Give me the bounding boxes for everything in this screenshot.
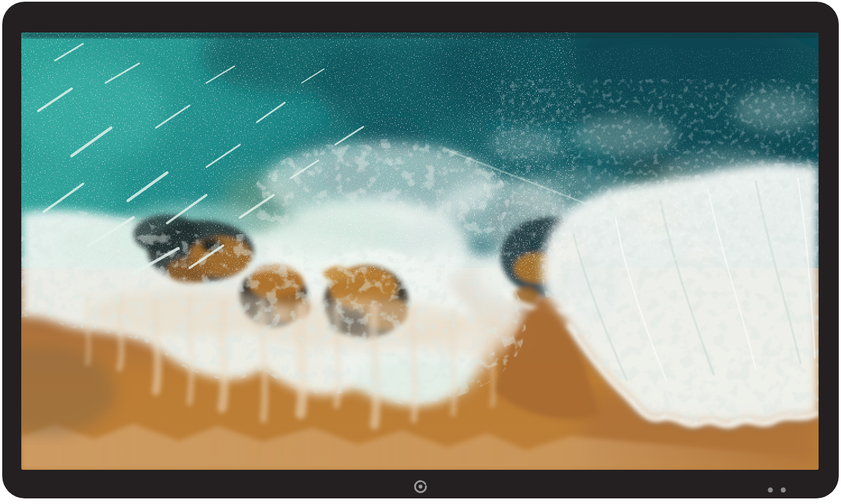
ocean-texture bbox=[21, 33, 819, 257]
indicator-dot bbox=[781, 488, 786, 493]
wallpaper-beach-aerial-image bbox=[21, 33, 819, 470]
indicator-dot bbox=[768, 488, 773, 493]
indicator-dots bbox=[768, 487, 787, 493]
screen bbox=[21, 33, 819, 470]
monitor-frame bbox=[2, 2, 839, 498]
brand-logo-icon bbox=[413, 479, 428, 494]
